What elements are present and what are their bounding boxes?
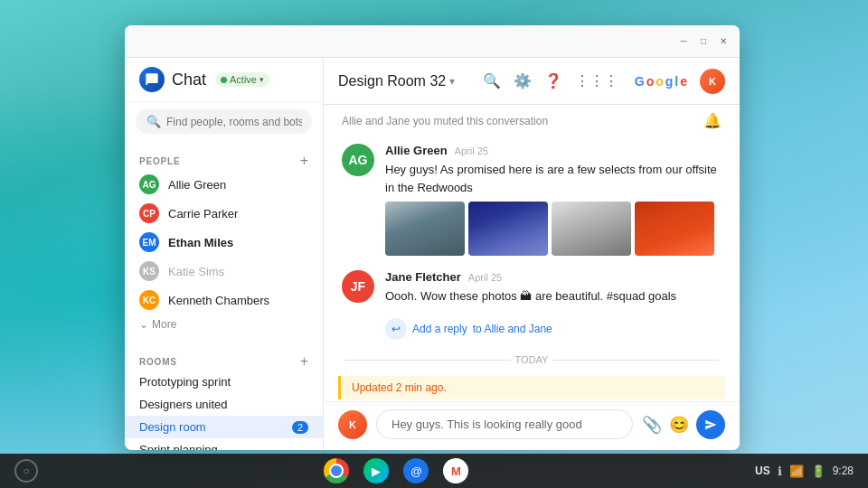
- sidebar-item-designers[interactable]: Designers united: [125, 393, 323, 416]
- emoji-icon[interactable]: 😊: [669, 415, 689, 435]
- avatar: AG: [139, 174, 159, 194]
- people-more-link[interactable]: ⌄ More: [125, 314, 323, 334]
- info-icon: ℹ: [778, 465, 782, 478]
- person-name: Carrie Parker: [168, 207, 238, 221]
- launcher-button[interactable]: ○: [14, 459, 38, 483]
- search-bar[interactable]: 🔍: [136, 109, 312, 134]
- avatar: AG: [342, 144, 374, 176]
- chat-header: Design Room 32 ▾ 🔍 ⚙️ ❓ ⋮⋮⋮ Google K: [324, 58, 740, 105]
- user-avatar[interactable]: K: [700, 69, 725, 94]
- taskbar-right: US ℹ 📶 🔋 9:28: [755, 465, 854, 478]
- battery-icon: 🔋: [811, 465, 826, 478]
- message-content: Jane Fletcher April 25 Oooh. Wow these p…: [385, 270, 722, 305]
- sidebar-item-design-room[interactable]: Design room 2: [125, 416, 323, 438]
- settings-icon[interactable]: ⚙️: [514, 72, 532, 89]
- chat-area: Design Room 32 ▾ 🔍 ⚙️ ❓ ⋮⋮⋮ Google K: [324, 58, 740, 450]
- message-text: Hey guys! As promised here is are a few …: [385, 161, 722, 196]
- reply-button[interactable]: ↩ Add a reply to Allie and Jane: [385, 318, 722, 340]
- messages-container: Allie and Jane you muted this conversati…: [324, 105, 740, 401]
- room-name: Design room: [139, 420, 206, 434]
- message-header: Jane Fletcher April 25: [385, 270, 722, 284]
- message-group-jane: JF Jane Fletcher April 25 Oooh. Wow thes…: [324, 263, 740, 313]
- input-area: K 📎 😊: [324, 401, 740, 450]
- muted-notice: Allie and Jane you muted this conversati…: [324, 105, 740, 136]
- sidebar-item-carrie[interactable]: CP Carrie Parker: [125, 199, 323, 228]
- play-store-icon[interactable]: ▶: [363, 458, 389, 483]
- google-logo: Google: [635, 74, 687, 89]
- header-icons: 🔍 ⚙️ ❓ ⋮⋮⋮ Google K: [483, 69, 725, 94]
- wifi-icon: 📶: [789, 465, 804, 478]
- app-body: Chat Active ▾ 🔍 PEOPLE + AG: [125, 58, 740, 450]
- app-window: ─ □ ✕ Chat Active ▾: [125, 25, 740, 450]
- avatar: CP: [139, 203, 159, 223]
- sidebar-item-allie[interactable]: AG Allie Green: [125, 170, 323, 199]
- active-dot: [221, 77, 227, 83]
- taskbar-left: ○: [14, 459, 38, 483]
- title-bar: ─ □ ✕: [125, 25, 740, 58]
- taskbar: ○ ▶ @ M US ℹ 📶 🔋 9:28: [0, 454, 868, 488]
- email-icon[interactable]: @: [403, 458, 429, 483]
- avatar: KC: [139, 290, 159, 310]
- input-user-avatar: K: [338, 410, 367, 439]
- people-label: PEOPLE: [139, 156, 180, 166]
- search-icon[interactable]: 🔍: [483, 72, 501, 89]
- message-header: Allie Green April 25: [385, 144, 722, 157]
- add-person-button[interactable]: +: [300, 154, 308, 168]
- active-status: Active ▾: [215, 72, 269, 87]
- person-name: Ethan Miles: [168, 236, 233, 249]
- add-room-button[interactable]: +: [300, 354, 308, 369]
- close-button[interactable]: ✕: [718, 36, 729, 47]
- mute-icon: 🔔: [703, 112, 722, 129]
- day-divider: TODAY: [324, 347, 740, 372]
- person-name: Kenneth Chambers: [168, 294, 269, 307]
- avatar: KS: [139, 261, 159, 281]
- taskbar-center: ▶ @ M: [324, 458, 468, 483]
- people-section-header: PEOPLE +: [125, 148, 323, 170]
- active-label: Active: [230, 74, 257, 85]
- maximize-button[interactable]: □: [698, 36, 709, 47]
- clock: 9:28: [833, 465, 854, 477]
- help-icon[interactable]: ❓: [544, 72, 562, 89]
- gmail-icon[interactable]: M: [443, 458, 468, 483]
- photo-thumb[interactable]: [635, 202, 714, 256]
- reply-icon: ↩: [385, 318, 407, 340]
- rooms-section: ROOMS + Prototyping sprint Designers uni…: [125, 342, 323, 450]
- sidebar-header: Chat Active ▾: [125, 58, 323, 102]
- photo-grid: [385, 202, 722, 256]
- avatar: JF: [342, 270, 374, 303]
- attachment-icon[interactable]: 📎: [642, 415, 662, 435]
- window-controls: ─ □ ✕: [678, 36, 729, 47]
- send-button[interactable]: [696, 410, 725, 439]
- message-input[interactable]: [376, 409, 633, 439]
- rooms-section-header: ROOMS +: [125, 349, 323, 371]
- chevron-down-icon: ⌄: [139, 318, 148, 331]
- room-title: Design Room 32 ▾: [338, 73, 455, 89]
- chevron-down-icon[interactable]: ▾: [449, 75, 455, 88]
- photo-thumb[interactable]: [468, 202, 548, 256]
- sidebar-item-ethan[interactable]: EM Ethan Miles: [125, 228, 323, 257]
- chevron-down-icon: ▾: [259, 75, 264, 84]
- search-input[interactable]: [166, 116, 302, 128]
- reply-area: ↩ Add a reply to Allie and Jane: [324, 318, 740, 347]
- updated-banner: Updated 2 min ago.: [338, 376, 725, 399]
- avatar: EM: [139, 232, 159, 252]
- input-icons: 📎 😊: [642, 410, 725, 439]
- chat-logo: [139, 67, 165, 92]
- grid-icon[interactable]: ⋮⋮⋮: [575, 72, 618, 89]
- room-name: Designers united: [139, 398, 228, 411]
- room-name: Prototyping sprint: [139, 375, 231, 389]
- chrome-icon[interactable]: [324, 458, 349, 483]
- minimize-button[interactable]: ─: [678, 36, 689, 47]
- sidebar-item-sprint[interactable]: Sprint planning: [125, 438, 323, 450]
- sidebar-item-kenneth[interactable]: KC Kenneth Chambers: [125, 286, 323, 314]
- photo-thumb[interactable]: [552, 202, 631, 256]
- sidebar: Chat Active ▾ 🔍 PEOPLE + AG: [125, 58, 324, 450]
- app-title: Chat: [172, 70, 206, 89]
- room-name: Sprint planning: [139, 443, 218, 450]
- search-icon: 🔍: [146, 115, 161, 128]
- sidebar-item-prototyping[interactable]: Prototyping sprint: [125, 371, 323, 393]
- rooms-label: ROOMS: [139, 357, 177, 367]
- sidebar-item-katie[interactable]: KS Katie Sims: [125, 257, 323, 286]
- person-name: Katie Sims: [168, 265, 224, 278]
- photo-thumb[interactable]: [385, 202, 465, 256]
